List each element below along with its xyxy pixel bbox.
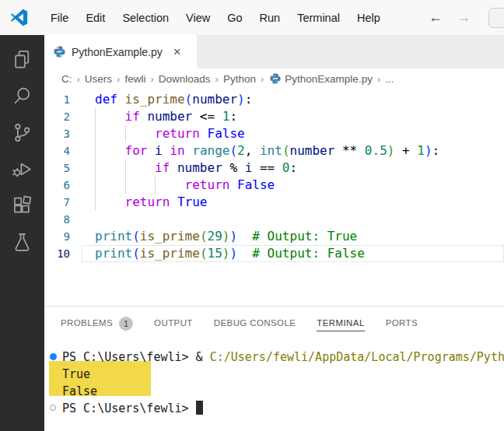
bottom-panel: PROBLEMS1OUTPUTDEBUG CONSOLETERMINALPORT… [44,306,504,431]
breadcrumb-item[interactable]: ... [383,73,395,85]
code-line[interactable]: 3 return False [44,125,504,142]
code-text: print(is_prime(29)) # Output: True [70,228,504,245]
panel-tab-problems[interactable]: PROBLEMS1 [61,307,133,340]
menu-bar: FileEditSelectionViewGoRunTerminalHelp ←… [0,0,504,35]
indent-guide [95,142,96,159]
testing-icon[interactable] [12,231,33,253]
menu-selection[interactable]: Selection [114,8,177,28]
panel-tabs: PROBLEMS1OUTPUTDEBUG CONSOLETERMINALPORT… [44,307,504,340]
line-number: 2 [44,108,70,125]
code-line[interactable]: 10print(is_prime(15)) # Output: False [44,245,504,262]
indent-guide [95,177,96,194]
line-number: 1 [44,91,70,108]
tab-title: PythonExample.py [72,46,163,58]
line-number: 9 [44,228,70,245]
line-number: 7 [44,194,70,211]
panel-tab-ports[interactable]: PORTS [386,307,418,340]
problems-count-badge: 1 [119,317,133,331]
code-line[interactable]: 6 return False [44,177,504,194]
indent-guide [95,125,96,142]
terminal-cursor [196,401,203,415]
indent-guide [95,108,96,125]
menu-run[interactable]: Run [251,8,289,28]
terminal-line: PS C:\Users\fewli> & C:/Users/fewli/AppD… [44,349,504,366]
indent-guide [95,194,96,211]
menu-file[interactable]: File [42,8,77,28]
python-icon [270,73,281,84]
code-line[interactable]: 4 for i in range(2, int(number ** 0.5) +… [44,142,504,159]
code-text: if number % i == 0: [70,159,504,177]
breadcrumb-separator-icon: › [74,73,83,85]
breadcrumb-separator-icon: › [212,73,222,85]
breadcrumb-item[interactable]: C: [60,73,74,85]
indent-guide [95,159,96,177]
terminal-line: True [44,366,504,383]
breadcrumb-item[interactable]: Python [222,73,257,85]
extensions-icon[interactable] [12,194,33,216]
breadcrumb-item[interactable]: Downloads [157,73,212,85]
code-text: def is_prime(number): [70,91,504,108]
code-text: return False [70,125,504,142]
code-text: return True [70,194,504,211]
main-area: PythonExample.py × C:›Users›fewli›Downlo… [0,35,504,431]
breadcrumb-item[interactable]: Users [83,73,114,85]
code-line[interactable]: 5 if number % i == 0: [44,159,504,177]
panel-tab-debug-console[interactable]: DEBUG CONSOLE [214,307,296,340]
menu-edit[interactable]: Edit [77,8,114,28]
code-text [70,211,504,228]
line-number: 4 [44,142,70,159]
line-number: 3 [44,125,70,142]
source-control-icon[interactable] [12,121,33,143]
menu-view[interactable]: View [177,8,219,28]
code-text: print(is_prime(15)) # Output: False [70,245,504,262]
search-icon[interactable] [12,85,33,107]
indent-guide [125,125,126,142]
run-debug-icon[interactable] [12,158,33,180]
breadcrumb-separator-icon: › [257,73,267,85]
code-line[interactable]: 8 [44,211,504,228]
explorer-icon[interactable] [12,48,33,70]
command-pending-dot-icon [50,405,56,411]
code-line[interactable]: 7 return True [44,194,504,211]
panel-tab-terminal[interactable]: TERMINAL [317,307,364,340]
terminal-line: PS C:\Users\fewli> [44,400,504,417]
indent-guide [125,159,126,177]
command-search-box[interactable] [488,8,504,28]
code-editor[interactable]: 1def is_prime(number):2 if number <= 1:3… [44,89,504,306]
breadcrumb-item[interactable]: fewli [123,73,147,85]
vscode-window: FileEditSelectionViewGoRunTerminalHelp ←… [0,0,504,431]
terminal[interactable]: PS C:\Users\fewli> & C:/Users/fewli/AppD… [44,340,504,431]
breadcrumb-separator-icon: › [147,73,156,85]
tab-close-icon[interactable]: × [173,45,181,58]
line-number: 6 [44,177,70,194]
vscode-logo-icon [10,9,28,26]
line-number: 5 [44,159,70,177]
code-text: for i in range(2, int(number ** 0.5) + 1… [70,142,504,159]
indent-guide [125,177,126,194]
menu-go[interactable]: Go [219,8,250,28]
code-line[interactable]: 1def is_prime(number): [44,91,504,108]
tab-pythonexample[interactable]: PythonExample.py × [44,35,197,68]
menu-terminal[interactable]: Terminal [289,8,348,28]
line-number: 8 [44,211,70,228]
code-text: return False [70,177,504,194]
indent-guide [155,177,156,194]
python-file-icon [54,46,65,58]
code-line[interactable]: 2 if number <= 1: [44,108,504,125]
forward-arrow-icon[interactable]: → [450,9,478,26]
code-line[interactable]: 9print(is_prime(29)) # Output: True [44,228,504,245]
menu-help[interactable]: Help [348,8,389,28]
back-arrow-icon[interactable]: ← [422,9,450,26]
breadcrumb: C:›Users›fewli›Downloads›Python›PythonEx… [44,68,504,89]
line-number: 10 [44,245,70,262]
command-success-dot-icon [50,353,57,360]
breadcrumb-separator-icon: › [374,73,383,85]
panel-tab-output[interactable]: OUTPUT [154,307,193,340]
activity-bar [0,35,44,431]
code-text: if number <= 1: [70,108,504,125]
breadcrumb-item[interactable]: PythonExample.py [267,73,374,85]
terminal-line: False [44,383,504,400]
menu-items: FileEditSelectionViewGoRunTerminalHelp [42,8,389,28]
editor-column: PythonExample.py × C:›Users›fewli›Downlo… [44,35,504,431]
breadcrumb-separator-icon: › [114,73,123,85]
